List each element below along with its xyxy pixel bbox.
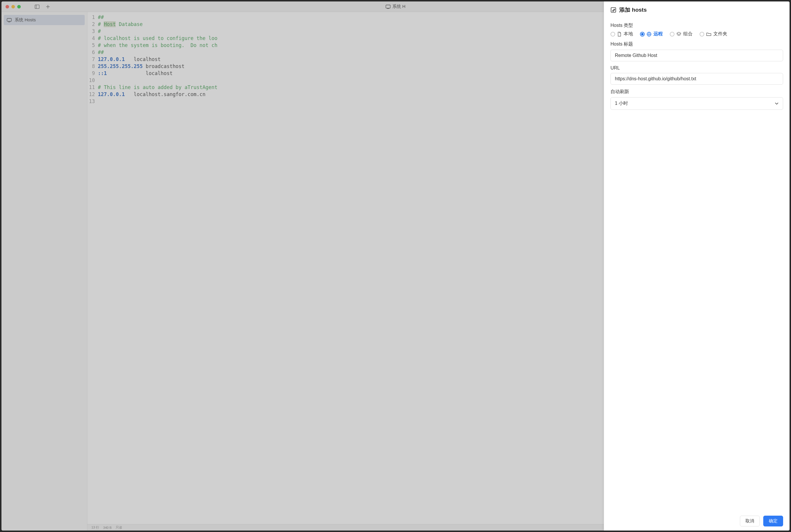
hosts-type-radio-group: 本地 远程 组合 文件夹 [610,31,783,37]
auto-refresh-value: 1 小时 [615,100,628,107]
svg-rect-0 [35,5,39,8]
line-gutter: 12345678910111213 [87,14,98,524]
radio-group[interactable]: 组合 [670,31,693,37]
add-hosts-panel: 添加 hosts Hosts 类型 本地 远程 组合 [604,1,790,531]
sidebar-item-system-hosts[interactable]: 系统 Hosts [4,15,85,25]
panel-title: 添加 hosts [619,6,647,14]
folder-icon [706,32,711,36]
status-lines: 13 行 [91,525,99,530]
traffic-lights [5,5,21,8]
hosts-title-label: Hosts 标题 [610,41,783,47]
ok-button[interactable]: 确定 [763,516,783,527]
hosts-title-input[interactable] [610,50,783,61]
sidebar: 系统 Hosts [1,12,87,531]
status-size: 340 B [103,526,112,529]
hosts-type-label: Hosts 类型 [610,22,783,28]
maximize-window[interactable] [17,5,21,8]
url-input[interactable] [610,73,783,85]
window-title: 系统 H [385,4,406,10]
radio-local[interactable]: 本地 [610,31,633,37]
svg-rect-4 [386,5,390,8]
auto-refresh-label: 自动刷新 [610,89,783,95]
minimize-window[interactable] [12,5,15,8]
close-window[interactable] [5,5,9,8]
panel-layout-icon[interactable] [35,5,39,9]
status-readonly: 只读 [116,525,122,530]
radio-remote[interactable]: 远程 [640,31,663,37]
file-icon [617,32,622,37]
sidebar-item-label: 系统 Hosts [15,17,36,23]
cancel-button[interactable]: 取消 [740,516,760,527]
add-hosts-button[interactable] [46,5,50,9]
chevron-down-icon [775,102,779,105]
auto-refresh-select[interactable]: 1 小时 [610,97,783,110]
radio-folder[interactable]: 文件夹 [700,31,727,37]
url-label: URL [610,65,783,71]
svg-rect-6 [7,18,12,21]
globe-icon [647,32,652,37]
edit-icon [610,7,616,13]
layers-icon [677,32,681,37]
monitor-icon [7,18,12,22]
